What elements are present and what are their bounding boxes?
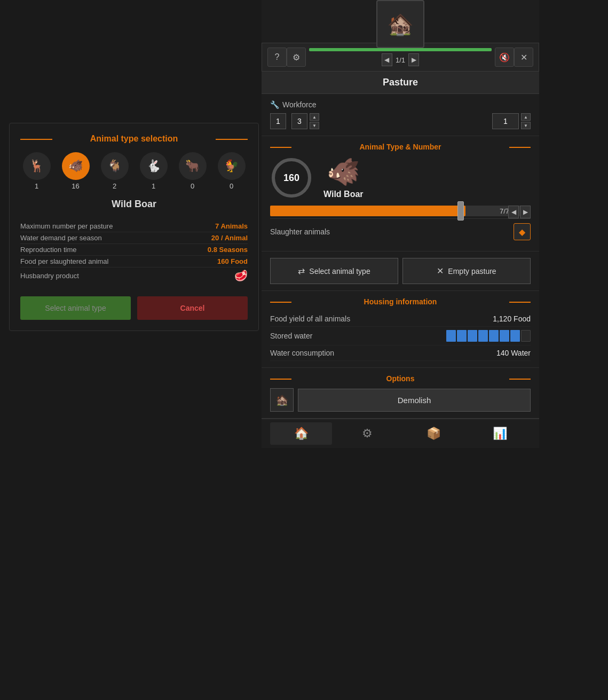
animal-name-right: Wild Boar: [323, 190, 364, 199]
swap-icon: ⇄: [298, 266, 305, 276]
x-icon: ✕: [437, 266, 444, 276]
tab-home[interactable]: 🏠: [270, 422, 332, 445]
left-panel-buttons: Select animal type Cancel: [20, 296, 248, 320]
food-yield-row: Food yield of all animals 1,120 Food: [270, 311, 531, 327]
stat-value-0: 7 Animals: [215, 222, 248, 230]
close-button[interactable]: ✕: [514, 48, 533, 67]
workforce-num-1: 1: [270, 113, 286, 129]
demolish-button[interactable]: Demolish: [298, 389, 531, 412]
workforce-down-button[interactable]: ▼: [310, 122, 319, 129]
water-bar-6: [500, 330, 509, 342]
stat-label-3: Food per slaughtered animal: [20, 257, 109, 265]
workforce-num-3: 1: [492, 113, 519, 129]
left-panel-title: Animal type selection: [20, 134, 248, 144]
bottom-tabs: 🏠 ⚙ 📦 📊: [262, 418, 539, 448]
stat-value-2: 0.8 Seasons: [208, 246, 248, 254]
water-bar-8: [521, 330, 531, 342]
water-consumption-row: Water consumption 140 Water: [270, 345, 531, 361]
ox-count: 0: [191, 182, 194, 190]
cancel-button[interactable]: Cancel: [137, 296, 248, 320]
stat-row-1: Water demand per season 20 / Animal: [20, 232, 248, 244]
workforce-control-2: 3 ▲ ▼: [291, 113, 319, 129]
stat-row-3: Food per slaughtered animal 160 Food: [20, 256, 248, 268]
workforce-controls: 1 3 ▲ ▼ 1 ▲ ▼: [270, 113, 531, 129]
sound-off-icon: 🔇: [499, 52, 510, 62]
nav-text: 1/1: [396, 56, 405, 64]
circle-count-text: 160: [283, 172, 299, 184]
animal-icon-rabbit: 🐇: [140, 152, 168, 180]
animal-type-area: 160 🐗 Wild Boar: [270, 156, 531, 199]
select-animal-type-button[interactable]: Select animal type: [20, 296, 131, 320]
rabbit-count: 1: [152, 182, 155, 190]
inventory-tab-icon: 📦: [427, 427, 441, 441]
options-title: Options: [270, 374, 531, 383]
animal-count-circle: 160: [270, 156, 313, 199]
animal-item-deer[interactable]: 🦌 1: [22, 152, 51, 190]
slider-left-button[interactable]: ◀: [508, 206, 519, 218]
water-bar-2: [457, 330, 467, 342]
animal-icon-deer: 🦌: [23, 152, 51, 180]
animal-item-wildboar[interactable]: 🐗 16: [61, 152, 90, 190]
animal-icon-chicken: 🐓: [218, 152, 246, 180]
workforce-label: 🔧 Workforce: [270, 100, 531, 109]
slider-thumb[interactable]: [457, 201, 464, 221]
progress-bar-container: [309, 48, 492, 51]
animal-icons-row: 🦌 1 🐗 16 🐐 2 🐇 1 🐂 0 🐓 0: [20, 152, 248, 190]
slider-right-button[interactable]: ▶: [520, 206, 531, 218]
water-bar-1: [446, 330, 456, 342]
tab-inventory[interactable]: 📦: [402, 422, 464, 445]
stat-label-0: Maximum number per pasture: [20, 222, 113, 230]
nav-row: ◀ 1/1 ▶: [382, 53, 419, 66]
housing-title: Housing information: [270, 297, 531, 306]
panel-title: Pasture: [383, 77, 418, 88]
housing-section: Housing information Food yield of all an…: [262, 291, 539, 368]
building-icon-container: 🏚️: [262, 0, 539, 48]
sound-button[interactable]: 🔇: [495, 48, 514, 67]
deer-count: 1: [35, 182, 38, 190]
workforce-control-3: 1 ▲ ▼: [492, 113, 531, 129]
workforce-arrows: ▲ ▼: [310, 113, 319, 129]
nav-prev-button[interactable]: ◀: [382, 53, 392, 66]
stat-row-0: Maximum number per pasture 7 Animals: [20, 221, 248, 232]
stat-value-1: 20 / Animal: [211, 234, 248, 242]
water-consumption-value: 140 Water: [496, 349, 531, 357]
selected-animal-name: Wild Boar: [20, 199, 248, 210]
tab-stats[interactable]: 📊: [469, 422, 531, 445]
chicken-count: 0: [230, 182, 233, 190]
stored-water-label: Stored water: [270, 332, 312, 340]
animal-icon-ox: 🐂: [179, 152, 207, 180]
animal-item-chicken[interactable]: 🐓 0: [217, 152, 246, 190]
slaughter-toggle-button[interactable]: ◆: [514, 223, 531, 240]
settings-button[interactable]: ⚙: [287, 48, 306, 67]
stats-table: Maximum number per pasture 7 Animals Wat…: [20, 221, 248, 284]
workforce-3-up-button[interactable]: ▲: [521, 113, 531, 121]
water-bar-3: [468, 330, 477, 342]
stats-tab-icon: 📊: [493, 427, 507, 441]
stat-label-2: Reproduction time: [20, 246, 77, 254]
husbandry-row: Husbandry product 🥩: [20, 268, 248, 284]
workforce-up-button[interactable]: ▲: [310, 113, 319, 121]
food-yield-label: Food yield of all animals: [270, 314, 350, 323]
goat-count: 2: [113, 182, 116, 190]
workforce-num-2: 3: [291, 113, 307, 129]
workers-tab-icon: ⚙: [362, 427, 373, 441]
animal-item-goat[interactable]: 🐐 2: [100, 152, 129, 190]
empty-pasture-button[interactable]: ✕ Empty pasture: [402, 258, 531, 284]
slider-fill: [270, 206, 465, 216]
animal-item-rabbit[interactable]: 🐇 1: [139, 152, 168, 190]
workforce-arrows-3: ▲ ▼: [521, 113, 531, 129]
animal-count-slider[interactable]: 7/7 ◀ ▶: [270, 206, 531, 216]
water-consumption-label: Water consumption: [270, 349, 334, 357]
nav-next-button[interactable]: ▶: [408, 53, 419, 66]
progress-bar-fill: [309, 48, 492, 51]
help-button[interactable]: ?: [267, 48, 287, 67]
workforce-3-down-button[interactable]: ▼: [521, 122, 531, 129]
select-animal-type-right-button[interactable]: ⇄ Select animal type: [270, 258, 398, 284]
home-tab-icon: 🏠: [294, 427, 309, 441]
slider-arrows: ◀ ▶: [508, 206, 531, 218]
header-center: ◀ 1/1 ▶: [309, 48, 492, 66]
animal-item-ox[interactable]: 🐂 0: [178, 152, 207, 190]
wrench-icon: 🔧: [270, 100, 279, 109]
tab-workers[interactable]: ⚙: [336, 422, 398, 445]
building-icon: 🏚️: [376, 0, 424, 48]
